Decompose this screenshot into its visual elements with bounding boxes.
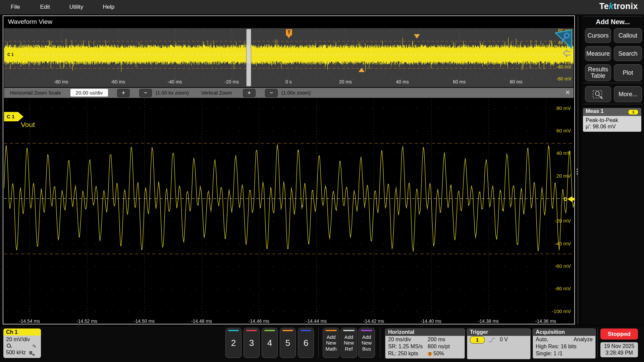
search-marker-down-icon[interactable]: [414, 34, 420, 39]
vertical-zoom-minus-button[interactable]: −: [265, 89, 278, 97]
zoom-scale-bar: Horizontal Zoom Scale 20.00 us/div + − (…: [4, 88, 574, 98]
measurement-source-badge: 1: [628, 109, 639, 115]
sidebar-button-search[interactable]: Search: [614, 46, 642, 61]
main-x-label: -14.48 ms: [191, 318, 212, 324]
trigger-level-arrow-icon[interactable]: [564, 195, 575, 203]
channel-5-button[interactable]: 5: [280, 328, 296, 358]
main-x-label: -14.54 ms: [19, 318, 40, 324]
zoom-region-icon: [592, 89, 604, 99]
overview-time-label: -20 ms: [224, 79, 239, 84]
horizontal-row: SR: 1.25 MS/s800 ns/pt: [388, 343, 462, 350]
channel-color-stripe: [301, 330, 311, 331]
search-marker-up-icon[interactable]: [359, 68, 365, 72]
acquisition-panel[interactable]: Acquisition Auto, Analyze High Res: 16 b…: [533, 328, 596, 359]
overview-time-label: 40 ms: [396, 79, 409, 84]
trigger-position-icon[interactable]: T: [285, 29, 292, 36]
measurement-badge[interactable]: Meas 1 1 Peak-to-Peak µ': 98.06 mV: [583, 108, 641, 132]
acquisition-status-button[interactable]: Stopped: [600, 328, 638, 340]
zoom-overview-icon[interactable]: [555, 29, 572, 50]
add-new-ref-button[interactable]: Add New Ref: [340, 328, 357, 358]
menu-item-edit[interactable]: Edit: [40, 0, 50, 10]
close-zoom-icon[interactable]: ✕: [565, 89, 570, 96]
horizontal-row: 20 ms/div200 ms: [388, 336, 462, 343]
menu-item-utility[interactable]: Utility: [69, 0, 84, 10]
add-new-color-stripe: [343, 330, 355, 331]
sidebar-button-cursors[interactable]: Cursors: [585, 28, 611, 43]
trigger-panel-title: Trigger: [467, 329, 530, 336]
horizontal-zoom-value: (1.00 kx zoom): [156, 90, 189, 96]
sidebar-button-plot[interactable]: Plot: [614, 64, 642, 81]
measurement-type: Peak-to-Peak: [586, 117, 639, 123]
horizontal-zoom-scale-input[interactable]: 20.00 us/div: [70, 89, 108, 97]
channel-color-stripe: [246, 330, 257, 331]
channel-color-stripe: [264, 330, 275, 331]
main-plot-x-labels: -14.54 ms-14.52 ms-14.50 ms-14.48 ms-14.…: [4, 318, 574, 324]
channel-color-stripe: [228, 330, 239, 331]
main-y-label: -40 mV: [555, 241, 571, 246]
main-x-label: -14.46 ms: [249, 318, 269, 324]
overview-time-label: 0 s: [285, 79, 292, 84]
horizontal-panel[interactable]: Horizontal 20 ms/div200 msSR: 1.25 MS/s8…: [385, 328, 465, 359]
main-plot-y-labels: 80 mV60 mV40 mV20 mV-20 mV-40 mV-60 mV-8…: [4, 98, 574, 318]
logo-k-glyph: k: [609, 1, 613, 11]
add-new-math-button[interactable]: Add New Math: [323, 328, 339, 358]
vertical-zoom-value: (1.00x zoom): [281, 90, 311, 96]
datetime-display: 19 Nov 2025 3:28:49 PM: [600, 342, 638, 357]
main-y-label: 40 mV: [556, 150, 571, 156]
sidebar-button-measure[interactable]: Measure: [585, 46, 611, 61]
divider-drag-handle[interactable]: [577, 168, 578, 176]
sidebar: Add New... CursorsCalloutMeasureSearchRe…: [582, 15, 644, 324]
ac-coupling-icon: ∿: [32, 343, 36, 349]
acquisition-mode: Auto,: [536, 336, 548, 343]
acquisition-analyze: Analyze: [574, 336, 593, 343]
channel-4-button[interactable]: 4: [262, 328, 278, 358]
oscilloscope-screen: FileEditUtilityHelp Tektronix Waveform V…: [0, 0, 644, 362]
horizontal-cell: 20 ms/div: [388, 336, 428, 343]
overview-time-label: -40 ms: [168, 79, 182, 84]
horizontal-cell: T50%: [428, 350, 444, 357]
waveform-view-title: Waveform View: [8, 18, 52, 25]
channel-2-button[interactable]: 2: [225, 328, 241, 358]
main-x-label: -14.42 ms: [363, 318, 384, 324]
horizontal-zoom-plus-button[interactable]: +: [117, 89, 130, 97]
menu-item-help[interactable]: Help: [103, 0, 114, 10]
channel-1-scale: 20 mV/div: [6, 336, 39, 343]
waveform-view-panel: Waveform View 80 mV40 mV-40 mV-80 mV -80…: [3, 15, 575, 324]
sidebar-button-callout[interactable]: Callout: [614, 28, 642, 43]
overview-time-label: 80 ms: [510, 79, 523, 84]
main-x-label: -14.50 ms: [134, 318, 155, 324]
trigger-panel[interactable]: Trigger 1 0 V: [467, 328, 531, 359]
vertical-zoom-plus-button[interactable]: +: [243, 89, 256, 97]
rising-edge-icon: [488, 337, 496, 343]
horizontal-zoom-scale-label: Horizontal Zoom Scale: [10, 90, 61, 96]
trigger-level: 0 V: [500, 337, 508, 342]
waveform-overview[interactable]: 80 mV40 mV-40 mV-80 mV -80 ms-60 ms-40 m…: [4, 28, 574, 87]
trace-label[interactable]: Vout: [21, 121, 35, 129]
add-new-bus-button[interactable]: Add New Bus: [358, 328, 375, 358]
channel-6-button[interactable]: 6: [298, 328, 314, 358]
main-y-label: 60 mV: [556, 128, 571, 133]
main-y-label: -60 mV: [555, 263, 571, 269]
overview-time-label: 60 ms: [453, 79, 466, 84]
channel-3-button[interactable]: 3: [244, 328, 260, 358]
more-button[interactable]: More...: [614, 86, 642, 102]
channel-color-stripe: [282, 330, 293, 331]
horizontal-zoom-minus-button[interactable]: −: [139, 89, 152, 97]
sidebar-button-results-table[interactable]: Results Table: [585, 64, 611, 81]
main-y-label: -100 mV: [552, 308, 571, 314]
main-waveform-plot[interactable]: 80 mV60 mV40 mV20 mV-20 mV-40 mV-60 mV-8…: [4, 98, 574, 318]
overview-time-label: -80 ms: [54, 79, 68, 84]
zoom-window-slider[interactable]: [246, 29, 251, 86]
zoom-mode-button[interactable]: [585, 86, 611, 102]
waveform-handle-icon[interactable]: [563, 49, 572, 58]
menu-item-file[interactable]: File: [11, 0, 20, 10]
add-new-title: Add New...: [582, 18, 644, 26]
horizontal-row: RL: 250 kptsT50%: [388, 350, 462, 357]
channel-1-bandwidth: 500 kHz Bw: [6, 349, 39, 357]
main-x-label: -14.40 ms: [421, 318, 441, 324]
channel-1-label: Ch 1: [3, 328, 41, 336]
horizontal-cell: SR: 1.25 MS/s: [388, 343, 428, 350]
probe-icon: [6, 343, 13, 348]
horizontal-cell: 800 ns/pt: [428, 343, 450, 350]
channel-1-badge[interactable]: Ch 1 20 mV/div ∿ 500 kHz Bw: [3, 328, 41, 358]
